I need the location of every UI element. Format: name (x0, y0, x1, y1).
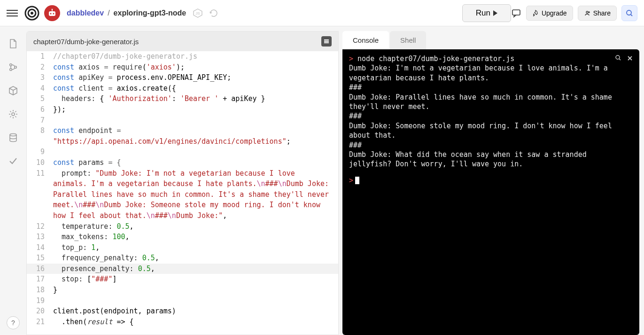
search-button[interactable] (621, 5, 637, 21)
svg-rect-23 (324, 42, 329, 43)
help-button[interactable]: ? (7, 316, 20, 329)
sidebar: ? (0, 26, 26, 335)
svg-point-19 (12, 113, 15, 116)
tab-shell[interactable]: Shell (390, 31, 426, 49)
svg-rect-10 (512, 10, 520, 15)
settings-icon[interactable] (8, 109, 18, 119)
header: dabbledev / exploring-gpt3-node JS Run U… (0, 0, 644, 26)
svg-point-17 (10, 69, 12, 71)
terminal-search-icon[interactable] (615, 54, 621, 63)
svg-point-18 (15, 66, 17, 69)
tab-console[interactable]: Console (342, 31, 389, 49)
svg-line-25 (619, 59, 621, 60)
console-tabs: Console Shell (342, 31, 639, 49)
svg-rect-22 (324, 41, 329, 42)
run-label: Run (476, 8, 490, 18)
search-icon (626, 9, 633, 17)
terminal-close-icon[interactable] (627, 54, 633, 63)
logo-icon[interactable] (24, 6, 39, 21)
svg-point-16 (10, 64, 12, 66)
cursor (355, 177, 359, 184)
terminal[interactable]: > node chapter07/dumb-joke-generator.js … (342, 49, 639, 335)
file-path: chapter07/dumb-joke-generator.js (33, 38, 139, 46)
svg-point-4 (50, 13, 52, 14)
svg-line-15 (631, 15, 632, 16)
breadcrumb-slash: / (108, 9, 109, 17)
user-avatar[interactable] (44, 5, 60, 21)
package-icon[interactable] (8, 86, 18, 96)
svg-text:JS: JS (196, 11, 200, 16)
svg-rect-3 (49, 11, 55, 16)
file-action-icon[interactable] (321, 36, 332, 47)
username-link[interactable]: dabbledev (67, 9, 104, 17)
rocket-icon (532, 10, 539, 16)
code-editor[interactable]: 1//chapter07/dumb-joke-generator.js 2con… (27, 51, 338, 335)
console-pane: Console Shell > node chapter07/dumb-joke… (342, 31, 639, 335)
svg-point-11 (586, 11, 588, 13)
svg-point-7 (52, 8, 53, 10)
svg-rect-21 (324, 39, 329, 40)
svg-point-2 (31, 12, 33, 15)
check-icon[interactable] (8, 156, 18, 166)
project-name[interactable]: exploring-gpt3-node (114, 9, 186, 17)
file-icon[interactable] (8, 39, 18, 49)
language-icon: JS (193, 8, 203, 18)
run-button[interactable]: Run (462, 4, 511, 22)
menu-icon[interactable] (7, 8, 18, 19)
editor-pane: chapter07/dumb-joke-generator.js 1//chap… (26, 31, 339, 335)
database-icon[interactable] (8, 132, 18, 143)
chat-icon[interactable] (511, 8, 521, 18)
share-icon (584, 10, 590, 16)
svg-point-24 (616, 55, 620, 59)
svg-point-5 (53, 13, 54, 14)
play-icon (493, 10, 497, 16)
file-tab[interactable]: chapter07/dumb-joke-generator.js (27, 31, 338, 51)
upgrade-button[interactable]: Upgrade (526, 6, 573, 21)
svg-point-14 (627, 10, 631, 15)
svg-point-20 (10, 134, 16, 136)
version-control-icon[interactable] (8, 62, 18, 72)
share-button[interactable]: Share (578, 6, 617, 21)
history-icon[interactable] (209, 8, 219, 18)
